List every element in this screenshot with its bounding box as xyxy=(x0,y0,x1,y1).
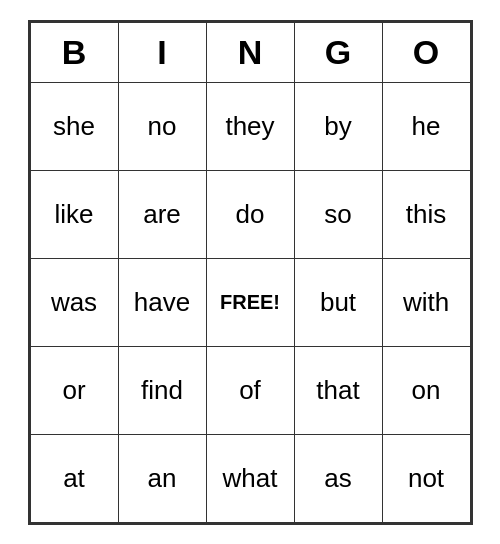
cell-r5c5: not xyxy=(382,434,470,522)
table-row: like are do so this xyxy=(30,170,470,258)
header-n: N xyxy=(206,22,294,82)
cell-r2c3: do xyxy=(206,170,294,258)
cell-r1c2: no xyxy=(118,82,206,170)
cell-r4c1: or xyxy=(30,346,118,434)
cell-r2c2: are xyxy=(118,170,206,258)
cell-r5c3: what xyxy=(206,434,294,522)
table-row: or find of that on xyxy=(30,346,470,434)
table-row: at an what as not xyxy=(30,434,470,522)
cell-free: FREE! xyxy=(206,258,294,346)
cell-r2c1: like xyxy=(30,170,118,258)
cell-r4c5: on xyxy=(382,346,470,434)
cell-r2c5: this xyxy=(382,170,470,258)
cell-r3c2: have xyxy=(118,258,206,346)
cell-r5c2: an xyxy=(118,434,206,522)
cell-r1c5: he xyxy=(382,82,470,170)
bingo-card: B I N G O she no they by he like are do … xyxy=(28,20,473,525)
cell-r1c3: they xyxy=(206,82,294,170)
cell-r3c1: was xyxy=(30,258,118,346)
header-b: B xyxy=(30,22,118,82)
cell-r2c4: so xyxy=(294,170,382,258)
table-row: she no they by he xyxy=(30,82,470,170)
cell-r3c4: but xyxy=(294,258,382,346)
table-row: was have FREE! but with xyxy=(30,258,470,346)
cell-r1c4: by xyxy=(294,82,382,170)
bingo-table: B I N G O she no they by he like are do … xyxy=(30,22,471,523)
cell-r1c1: she xyxy=(30,82,118,170)
cell-r5c4: as xyxy=(294,434,382,522)
header-row: B I N G O xyxy=(30,22,470,82)
header-o: O xyxy=(382,22,470,82)
cell-r4c4: that xyxy=(294,346,382,434)
cell-r3c5: with xyxy=(382,258,470,346)
cell-r5c1: at xyxy=(30,434,118,522)
header-g: G xyxy=(294,22,382,82)
header-i: I xyxy=(118,22,206,82)
cell-r4c2: find xyxy=(118,346,206,434)
cell-r4c3: of xyxy=(206,346,294,434)
